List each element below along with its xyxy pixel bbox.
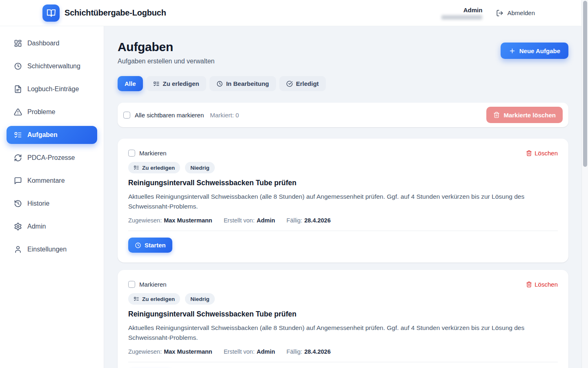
app-logo	[42, 4, 60, 22]
priority-badge-label: Niedrig	[190, 165, 209, 171]
sidebar-item-admin[interactable]: Admin	[7, 218, 97, 236]
start-task-label: Starten	[145, 242, 166, 249]
filter-done-label: Erledigt	[296, 80, 319, 87]
sidebar-item-label: Schichtverwaltung	[27, 63, 80, 70]
task-title: Reinigungsintervall Schweissbacken Tube …	[128, 310, 558, 319]
book-open-icon	[47, 8, 56, 18]
created-by-label: Erstellt von:	[224, 348, 255, 355]
assigned-label: Zugewiesen:	[128, 217, 162, 224]
task-card: Markieren Löschen	[118, 139, 568, 263]
sidebar-item-label: Dashboard	[27, 40, 59, 47]
logout-label: Abmelden	[507, 9, 535, 16]
status-badge: Zu erledigen	[128, 162, 180, 173]
filter-in-progress-label: In Bearbeitung	[226, 80, 269, 87]
user-name: Admin	[463, 7, 483, 14]
status-badge-label: Zu erledigen	[142, 165, 175, 171]
select-all-checkbox[interactable]	[123, 112, 130, 119]
app-title: Schichtübergabe-Logbuch	[65, 8, 166, 18]
main-content: Aufgaben Aufgaben erstellen und verwalte…	[104, 26, 581, 368]
scrollbar-track[interactable]	[581, 0, 588, 368]
sidebar-item-label: Einstellungen	[27, 246, 67, 253]
delete-task-label: Löschen	[535, 281, 558, 288]
sidebar-item-probleme[interactable]: Probleme	[7, 103, 97, 121]
delete-marked-button[interactable]: Markierte löschen	[486, 107, 563, 123]
task-description: Aktuelles Reinigungsintervall Schweissba…	[128, 192, 549, 211]
user-icon	[14, 245, 22, 254]
created-by-label: Erstellt von:	[224, 217, 255, 224]
app-header: Schichtübergabe-Logbuch Admin Abmelden	[0, 0, 588, 26]
assigned-value: Max Mustermann	[164, 348, 212, 355]
alert-triangle-icon	[14, 108, 22, 116]
sidebar-item-label: Historie	[27, 200, 49, 207]
due-label: Fällig:	[287, 348, 303, 355]
sidebar-item-historie[interactable]: Historie	[7, 195, 97, 213]
sidebar-item-schichtverwaltung[interactable]: Schichtverwaltung	[7, 57, 97, 75]
created-by-value: Admin	[256, 217, 275, 224]
created-by-value: Admin	[256, 348, 275, 355]
trash-icon	[526, 281, 532, 287]
due-value: 28.4.2026	[304, 348, 331, 355]
trash-icon	[493, 112, 500, 118]
assigned-value: Max Mustermann	[164, 217, 212, 224]
new-task-button[interactable]: Neue Aufgabe	[501, 43, 568, 59]
assigned-label: Zugewiesen:	[128, 348, 162, 355]
page-subtitle: Aufgaben erstellen und verwalten	[118, 58, 215, 65]
due-label: Fällig:	[287, 217, 303, 224]
sidebar-item-pdca-prozesse[interactable]: PDCA-Prozesse	[7, 149, 97, 167]
trash-icon	[526, 150, 532, 156]
priority-badge: Niedrig	[185, 162, 215, 173]
marked-count: Markiert: 0	[210, 112, 239, 119]
filter-in-progress[interactable]: In Bearbeitung	[209, 76, 276, 91]
task-description: Aktuelles Reinigungsintervall Schweissba…	[128, 323, 549, 343]
delete-task-button[interactable]: Löschen	[526, 281, 558, 288]
delete-task-label: Löschen	[535, 150, 558, 157]
clock-icon	[216, 81, 223, 87]
scrollbar-thumb[interactable]	[583, 1, 587, 167]
due-value: 28.4.2026	[304, 217, 331, 224]
refresh-icon	[14, 154, 22, 162]
sidebar-item-label: Kommentare	[27, 177, 65, 184]
user-email-redacted	[441, 15, 482, 20]
task-title: Reinigungsintervall Schweissbacken Tube …	[128, 179, 558, 187]
mark-checkbox[interactable]	[128, 150, 135, 157]
sidebar-item-logbuch-eintraege[interactable]: Logbuch-Einträge	[7, 80, 97, 98]
divider	[128, 362, 558, 362]
message-icon	[14, 177, 22, 185]
filter-all-label: Alle	[125, 80, 136, 87]
filter-row: Alle Zu erledigen In Bearbeitung	[118, 76, 568, 91]
sidebar: Dashboard Schichtverwaltung Logbuch-Eint…	[0, 26, 104, 368]
page-title: Aufgaben	[118, 40, 215, 54]
filter-done[interactable]: Erledigt	[279, 76, 326, 91]
selection-bar: Alle sichtbaren markieren Markiert: 0 Ma…	[118, 103, 568, 127]
plus-icon	[509, 47, 516, 54]
file-text-icon	[14, 85, 22, 93]
filter-todo[interactable]: Zu erledigen	[146, 76, 206, 91]
sidebar-item-dashboard[interactable]: Dashboard	[7, 34, 97, 52]
status-badge-label: Zu erledigen	[142, 296, 175, 302]
user-info: Admin	[441, 7, 482, 20]
sidebar-item-label: Admin	[27, 223, 46, 230]
select-all-label[interactable]: Alle sichtbaren markieren	[135, 112, 204, 119]
priority-badge-label: Niedrig	[190, 296, 209, 302]
mark-label[interactable]: Markieren	[139, 150, 167, 157]
mark-checkbox[interactable]	[128, 281, 135, 288]
logout-button[interactable]: Abmelden	[496, 9, 535, 17]
list-todo-icon	[153, 81, 160, 87]
filter-all[interactable]: Alle	[118, 76, 143, 91]
delete-task-button[interactable]: Löschen	[526, 150, 558, 157]
history-icon	[14, 200, 22, 208]
start-task-button[interactable]: Starten	[128, 238, 172, 253]
check-circle-icon	[286, 81, 293, 87]
sidebar-item-label: Logbuch-Einträge	[27, 85, 79, 93]
sidebar-item-kommentare[interactable]: Kommentare	[7, 172, 97, 190]
sidebar-item-aufgaben[interactable]: Aufgaben	[7, 126, 97, 144]
mark-label[interactable]: Markieren	[139, 281, 167, 288]
clock-icon	[14, 62, 22, 70]
sidebar-item-label: Aufgaben	[27, 131, 58, 139]
list-todo-icon	[134, 165, 139, 171]
list-todo-icon	[134, 296, 139, 302]
clock-icon	[135, 242, 141, 249]
filter-todo-label: Zu erledigen	[163, 80, 199, 87]
priority-badge: Niedrig	[185, 293, 215, 305]
sidebar-item-einstellungen[interactable]: Einstellungen	[7, 240, 97, 258]
